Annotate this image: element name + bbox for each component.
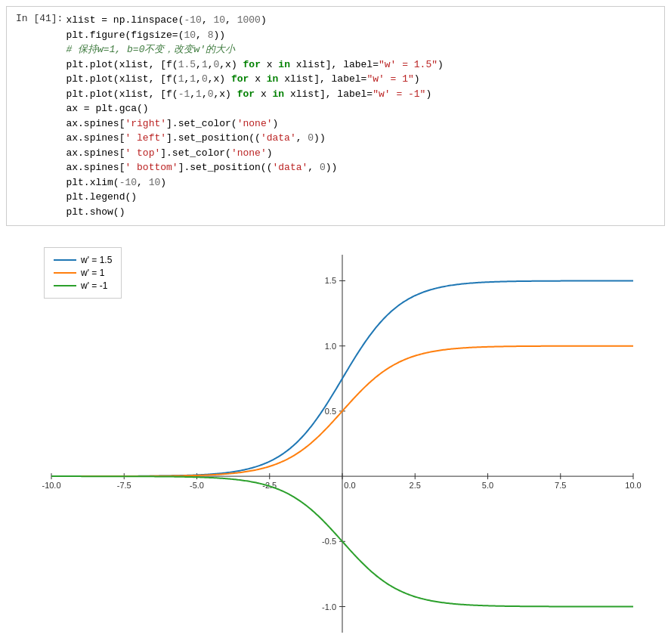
code-line: plt.figure(figsize=(10, 8)) [66,28,443,43]
code-line: plt.plot(xlist, [f(-1,1,0,x) for x in xl… [66,87,443,102]
code-cell: In [41]: xlist = np.linspace(-10, 10, 10… [6,6,665,226]
code-line: plt.show() [66,205,443,220]
code-line: plt.legend() [66,190,443,205]
code-line: plt.xlim(-10, 10) [66,175,443,190]
code-line: ax.spines['right'].set_color('none') [66,116,443,132]
code-block: xlist = np.linspace(-10, 10, 1000)plt.fi… [66,13,443,219]
code-line: plt.plot(xlist, [f(1,1,0,x) for x in xli… [66,72,443,87]
plot-legend: w' = 1.5w' = 1w' = -1 [44,247,122,299]
code-line: xlist = np.linspace(-10, 10, 1000) [66,13,443,28]
code-line: ax = plt.gca() [66,101,443,116]
legend-item: w' = -1 [54,280,112,291]
legend-label: w' = -1 [81,280,107,291]
code-line: # 保持w=1, b=0不变，改变w'的大小 [66,42,443,57]
plot-area: w' = 1.5w' = 1w' = -1 [6,232,665,644]
code-line: ax.spines[' left'].set_position(('data',… [66,131,443,146]
code-line: plt.plot(xlist, [f(1.5,1,0,x) for x in x… [66,57,443,73]
legend-item: w' = 1 [54,268,112,278]
legend-label: w' = 1.5 [81,255,112,265]
code-line: ax.spines[' bottom'].set_position(('data… [66,160,443,175]
code-line: ax.spines[' top'].set_color('none') [66,146,443,161]
cell-prompt: In [41]: [16,13,63,24]
legend-item: w' = 1.5 [54,255,112,265]
legend-label: w' = 1 [81,268,104,278]
